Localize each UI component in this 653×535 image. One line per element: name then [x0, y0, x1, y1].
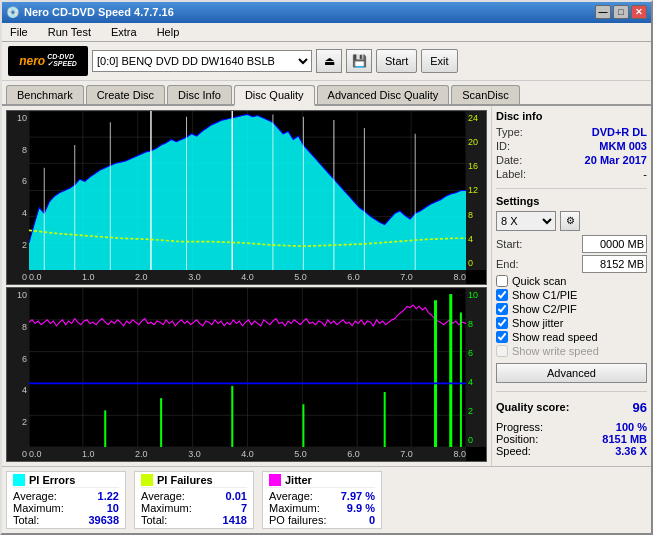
jitter-max-label: Maximum: [269, 502, 320, 514]
pi-failures-total-label: Total: [141, 514, 167, 526]
menu-bar: File Run Test Extra Help [2, 23, 651, 42]
advanced-button[interactable]: Advanced [496, 363, 647, 383]
pi-failures-label: PI Failures [157, 474, 213, 486]
end-mb-label: End: [496, 258, 519, 270]
tab-advanced-disc-quality[interactable]: Advanced Disc Quality [317, 85, 450, 104]
tab-disc-info[interactable]: Disc Info [167, 85, 232, 104]
show-c2pif-label: Show C2/PIF [512, 303, 577, 315]
quality-score-row: Quality score: 96 [496, 398, 647, 417]
quality-score-value: 96 [633, 400, 647, 415]
start-mb-label: Start: [496, 238, 522, 250]
show-read-speed-label: Show read speed [512, 331, 598, 343]
pi-failures-max-label: Maximum: [141, 502, 192, 514]
main-window: 💿 Nero CD-DVD Speed 4.7.7.16 — □ ✕ File … [0, 0, 653, 535]
settings-section: Settings 8 X ⚙ Start: End: Qui [496, 195, 647, 383]
maximize-button[interactable]: □ [613, 5, 629, 19]
exit-button[interactable]: Exit [421, 49, 457, 73]
toolbar: nero CD·DVD✓SPEED [0:0] BENQ DVD DD DW16… [2, 42, 651, 81]
show-c2pif-checkbox[interactable] [496, 303, 508, 315]
tab-disc-quality[interactable]: Disc Quality [234, 85, 315, 106]
quick-scan-checkbox[interactable] [496, 275, 508, 287]
show-c1pie-label: Show C1/PIE [512, 289, 577, 301]
minimize-button[interactable]: — [595, 5, 611, 19]
show-read-speed-checkbox[interactable] [496, 331, 508, 343]
show-jitter-checkbox[interactable] [496, 317, 508, 329]
pi-errors-block: PI Errors Average: 1.22 Maximum: 10 Tota… [6, 471, 126, 529]
chart1-y-axis: 10 8 6 4 2 0 [7, 111, 29, 284]
start-button[interactable]: Start [376, 49, 417, 73]
tab-bar: Benchmark Create Disc Disc Info Disc Qua… [2, 81, 651, 106]
type-value: DVD+R DL [592, 126, 647, 138]
jitter-avg-value: 7.97 % [341, 490, 375, 502]
speed-select[interactable]: 8 X [496, 211, 556, 231]
menu-extra[interactable]: Extra [107, 24, 141, 40]
tab-scan-disc[interactable]: ScanDisc [451, 85, 519, 104]
id-value: MKM 003 [599, 140, 647, 152]
jitter-chart: 10 8 6 4 2 0 10 8 6 4 2 0 [6, 287, 487, 462]
save-button[interactable]: 💾 [346, 49, 372, 73]
pi-failures-avg-label: Average: [141, 490, 185, 502]
chart1-plot [29, 111, 466, 270]
pi-errors-total-value: 39638 [88, 514, 119, 526]
show-jitter-label: Show jitter [512, 317, 563, 329]
pi-errors-avg-value: 1.22 [98, 490, 119, 502]
start-mb-field[interactable] [582, 235, 647, 253]
settings-title: Settings [496, 195, 647, 207]
pi-failures-legend-box [141, 474, 153, 486]
label-value: - [643, 168, 647, 180]
menu-help[interactable]: Help [153, 24, 184, 40]
show-write-speed-checkbox[interactable] [496, 345, 508, 357]
quick-scan-label: Quick scan [512, 275, 566, 287]
position-value: 8151 MB [602, 433, 647, 445]
progress-label: Progress: [496, 421, 543, 433]
pi-errors-total-label: Total: [13, 514, 39, 526]
pi-errors-avg-label: Average: [13, 490, 57, 502]
chart2-y-axis: 10 8 6 4 2 0 [7, 288, 29, 461]
menu-run-test[interactable]: Run Test [44, 24, 95, 40]
end-mb-field[interactable] [582, 255, 647, 273]
speed-value: 3.36 X [615, 445, 647, 457]
window-controls: — □ ✕ [595, 5, 647, 19]
drive-select[interactable]: [0:0] BENQ DVD DD DW1640 BSLB [92, 50, 312, 72]
show-write-speed-label: Show write speed [512, 345, 599, 357]
chart2-plot [29, 288, 466, 447]
jitter-label: Jitter [285, 474, 312, 486]
pi-errors-max-label: Maximum: [13, 502, 64, 514]
show-c1pie-checkbox[interactable] [496, 289, 508, 301]
position-label: Position: [496, 433, 538, 445]
progress-section: Progress: 100 % Position: 8151 MB Speed:… [496, 421, 647, 457]
date-value: 20 Mar 2017 [585, 154, 647, 166]
chart2-x-axis: 0.0 1.0 2.0 3.0 4.0 5.0 6.0 7.0 8.0 [29, 447, 466, 461]
menu-file[interactable]: File [6, 24, 32, 40]
tab-benchmark[interactable]: Benchmark [6, 85, 84, 104]
pi-failures-max-value: 7 [241, 502, 247, 514]
chart1-y-axis-right: 24 20 16 12 8 4 0 [466, 111, 486, 270]
po-failures-value: 0 [369, 514, 375, 526]
pi-errors-legend-box [13, 474, 25, 486]
content-area: 10 8 6 4 2 0 24 20 16 12 8 4 0 [2, 106, 651, 466]
pi-failures-total-value: 1418 [223, 514, 247, 526]
chart1-x-axis: 0.0 1.0 2.0 3.0 4.0 5.0 6.0 7.0 8.0 [29, 270, 466, 284]
right-panel: Disc info Type: DVD+R DL ID: MKM 003 Dat… [491, 106, 651, 466]
label-label: Label: [496, 168, 526, 180]
quality-score-label: Quality score: [496, 401, 569, 413]
progress-value: 100 % [616, 421, 647, 433]
jitter-block: Jitter Average: 7.97 % Maximum: 9.9 % PO… [262, 471, 382, 529]
pie-chart: 10 8 6 4 2 0 24 20 16 12 8 4 0 [6, 110, 487, 285]
type-label: Type: [496, 126, 523, 138]
bottom-stats: PI Errors Average: 1.22 Maximum: 10 Tota… [2, 466, 651, 533]
eject-button[interactable]: ⏏ [316, 49, 342, 73]
app-icon: 💿 [6, 6, 20, 19]
jitter-legend-box [269, 474, 281, 486]
id-label: ID: [496, 140, 510, 152]
window-title: Nero CD-DVD Speed 4.7.7.16 [24, 6, 174, 18]
po-failures-label: PO failures: [269, 514, 326, 526]
speed-label: Speed: [496, 445, 531, 457]
jitter-max-value: 9.9 % [347, 502, 375, 514]
settings-icon-btn[interactable]: ⚙ [560, 211, 580, 231]
close-button[interactable]: ✕ [631, 5, 647, 19]
charts-area: 10 8 6 4 2 0 24 20 16 12 8 4 0 [2, 106, 491, 466]
tab-create-disc[interactable]: Create Disc [86, 85, 165, 104]
pi-failures-block: PI Failures Average: 0.01 Maximum: 7 Tot… [134, 471, 254, 529]
svg-marker-16 [29, 114, 466, 270]
